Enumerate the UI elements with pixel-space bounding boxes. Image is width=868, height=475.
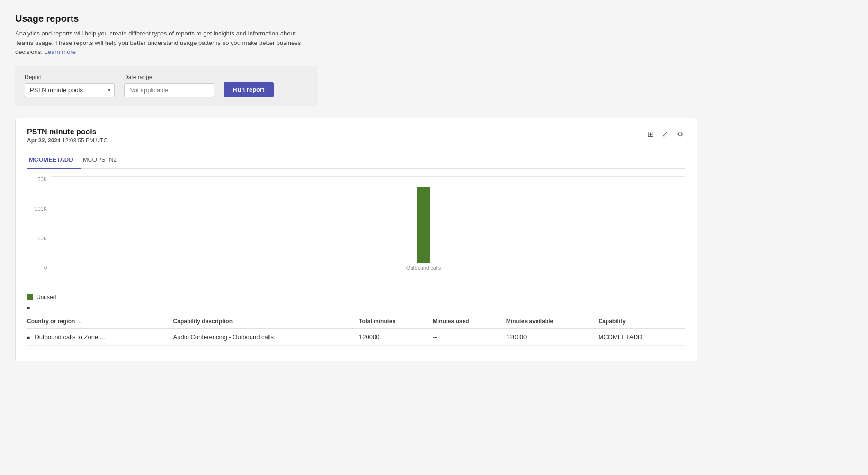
data-table: Country or region ↓ Capability descripti… <box>27 314 685 346</box>
report-card-subtitle: Apr 22, 2024 12:03:55 PM UTC <box>27 137 107 144</box>
learn-more-link[interactable]: Learn more <box>44 48 75 55</box>
col-header-country: Country or region ↓ <box>27 314 173 329</box>
page-title: Usage reports <box>15 13 853 24</box>
settings-icon-button[interactable]: ⚙ <box>675 128 685 141</box>
report-date: Apr 22, 2024 <box>27 137 61 144</box>
report-select-wrapper: PSTN minute pools ▾ <box>25 83 115 97</box>
table-icon: ⊞ <box>647 130 653 138</box>
date-range-label: Date range <box>124 74 214 80</box>
report-control-group: Report PSTN minute pools ▾ <box>25 74 115 97</box>
table-view-icon-button[interactable]: ⊞ <box>645 128 655 141</box>
card-actions: ⊞ ⤢ ⚙ <box>645 128 685 141</box>
bar-outbound-calls-fill <box>417 187 430 263</box>
expand-icon-button[interactable]: ⤢ <box>660 128 670 141</box>
date-range-input[interactable] <box>124 83 214 97</box>
report-title-block: PSTN minute pools Apr 22, 2024 12:03:55 … <box>27 128 107 144</box>
cell-minutes-used: -- <box>433 328 506 345</box>
bar-outbound-calls: Outbound calls <box>406 187 441 271</box>
y-label-0: 0 <box>44 265 47 271</box>
y-label-100k: 100K <box>35 206 47 211</box>
chart-area: 150K 100K 50K 0 Outbound calls <box>27 176 685 285</box>
date-range-control-group: Date range <box>124 74 214 97</box>
col-header-minutes-used: Minutes used <box>433 314 506 329</box>
col-header-capability-desc: Capability description <box>173 314 359 329</box>
report-card-header: PSTN minute pools Apr 22, 2024 12:03:55 … <box>27 128 685 144</box>
cell-total-minutes: 120000 <box>359 328 433 345</box>
table-expand-toggle[interactable]: ■ <box>27 305 685 310</box>
col-header-minutes-available: Minutes available <box>506 314 599 329</box>
tabs: MCOMEETADD MCOPSTN2 <box>27 152 685 169</box>
col-header-total-minutes: Total minutes <box>359 314 433 329</box>
tab-mcopstn2[interactable]: MCOPSTN2 <box>81 152 125 169</box>
page-description: Analytics and reports will help you crea… <box>15 29 309 57</box>
grid-line-100k <box>51 208 685 208</box>
report-card: PSTN minute pools Apr 22, 2024 12:03:55 … <box>15 118 697 361</box>
table-header-row: Country or region ↓ Capability descripti… <box>27 314 685 329</box>
tab-mcomeetadd[interactable]: MCOMEETADD <box>27 152 81 169</box>
sort-icon-country[interactable]: ↓ <box>79 319 81 324</box>
cell-capability-desc: Audio Conferencing - Outbound calls <box>173 328 359 345</box>
y-label-150k: 150K <box>35 176 47 182</box>
report-label: Report <box>25 74 115 80</box>
cell-country: ■ Outbound calls to Zone ... <box>27 328 173 345</box>
cell-minutes-available: 120000 <box>506 328 599 345</box>
bar-outbound-calls-label: Outbound calls <box>406 265 441 271</box>
row-expand-icon-cell[interactable]: ■ <box>27 335 30 340</box>
report-controls-panel: Report PSTN minute pools ▾ Date range Ru… <box>15 66 318 106</box>
gear-icon: ⚙ <box>677 130 683 138</box>
row-expand-icon: ■ <box>27 305 30 310</box>
y-label-50k: 50K <box>37 236 47 241</box>
table-row: ■ Outbound calls to Zone ... Audio Confe… <box>27 328 685 345</box>
grid-line-50k <box>51 239 685 239</box>
cell-capability: MCOMEETADD <box>599 328 685 345</box>
legend-area: Unused <box>27 294 685 300</box>
legend-label-unused: Unused <box>36 294 56 300</box>
report-select[interactable]: PSTN minute pools <box>25 83 115 97</box>
report-time: 12:03:55 PM UTC <box>62 137 107 144</box>
expand-icon: ⤢ <box>662 130 668 138</box>
y-axis: 150K 100K 50K 0 <box>27 176 50 271</box>
run-report-button[interactable]: Run report <box>224 82 274 97</box>
chart-plot: Outbound calls <box>51 176 685 271</box>
report-card-title: PSTN minute pools <box>27 128 107 136</box>
legend-color-unused <box>27 294 33 300</box>
grid-line-150k <box>51 176 685 177</box>
col-header-capability: Capability <box>599 314 685 329</box>
